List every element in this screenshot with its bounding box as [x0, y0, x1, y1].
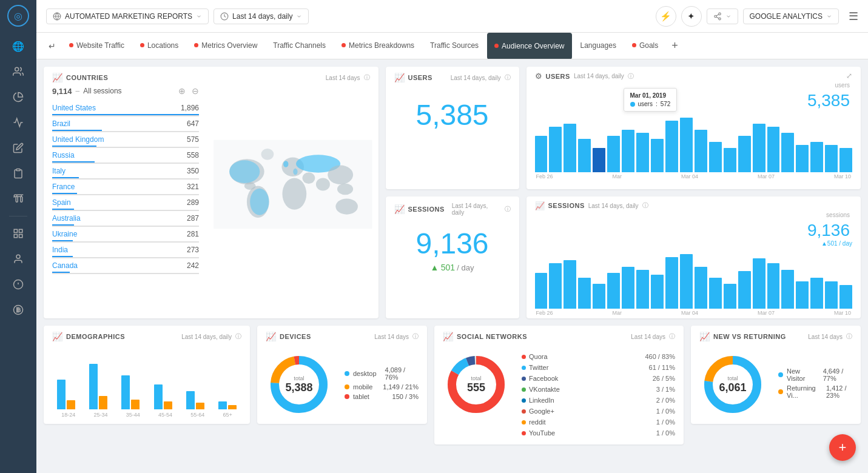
bar[interactable]	[796, 145, 809, 172]
sessions-chart-info[interactable]: ⓘ	[642, 201, 648, 210]
tab-traffic-sources[interactable]: Traffic Sources	[423, 33, 486, 59]
bar[interactable]	[549, 127, 562, 172]
users-metric-info[interactable]: ⓘ	[505, 73, 511, 82]
bar[interactable]	[578, 278, 591, 309]
sessions-metric-info[interactable]: ⓘ	[505, 205, 511, 213]
bar[interactable]	[564, 124, 576, 172]
social-info[interactable]: ⓘ	[669, 332, 675, 341]
bar[interactable]	[680, 254, 693, 309]
bar[interactable]	[724, 284, 736, 308]
bar[interactable]	[636, 133, 649, 172]
bar[interactable]	[651, 139, 664, 172]
report-selector[interactable]: AUTOMATED MARKETING REPORTS	[46, 8, 209, 24]
country-name[interactable]: United Kingdom	[52, 135, 104, 144]
bar[interactable]	[549, 263, 562, 308]
tab-goals[interactable]: Goals	[625, 33, 665, 59]
bar[interactable]	[753, 258, 765, 309]
add-country-icon[interactable]: ⊕	[178, 86, 186, 96]
sidebar-item-building[interactable]	[7, 223, 29, 244]
country-name[interactable]: India	[52, 246, 68, 254]
bar[interactable]	[665, 121, 678, 172]
sidebar-item-person[interactable]	[7, 248, 29, 270]
country-name[interactable]: Brazil	[52, 119, 70, 128]
bar[interactable]	[825, 281, 838, 308]
fab-button[interactable]: +	[829, 434, 856, 461]
country-name[interactable]: Russia	[52, 151, 75, 159]
bar[interactable]	[622, 130, 634, 172]
bar[interactable]	[607, 273, 620, 308]
tab-traffic-channels[interactable]: Traffic Channels	[266, 33, 333, 59]
tab-website-traffic[interactable]: Website Traffic	[62, 33, 132, 59]
bar[interactable]	[665, 257, 678, 309]
sidebar-item-users[interactable]	[7, 61, 29, 82]
bar[interactable]	[607, 136, 620, 172]
bar[interactable]	[695, 130, 707, 172]
bar[interactable]	[767, 263, 780, 308]
tab-metrics-overview[interactable]: Metrics Overview	[187, 33, 264, 59]
demographics-info[interactable]: ⓘ	[235, 332, 241, 341]
remove-country-icon[interactable]: ⊖	[192, 86, 199, 96]
country-name[interactable]: Ukraine	[52, 230, 77, 238]
devices-info[interactable]: ⓘ	[412, 332, 419, 341]
ga-label: GOOGLE ANALYTICS	[750, 12, 823, 21]
bar[interactable]	[738, 136, 751, 172]
bar[interactable]	[636, 270, 649, 309]
country-name[interactable]: Italy	[52, 167, 66, 175]
sidebar-item-globe[interactable]: 🌐	[7, 35, 29, 57]
bar[interactable]	[564, 260, 576, 308]
bar[interactable]	[796, 281, 809, 308]
bar[interactable]	[738, 271, 751, 308]
sidebar-logo[interactable]: ◎	[7, 5, 29, 27]
date-selector[interactable]: Last 14 days, daily	[214, 8, 309, 24]
bar[interactable]	[724, 148, 736, 172]
bar[interactable]	[709, 142, 722, 172]
expand-icon-users[interactable]: ⤢	[846, 72, 852, 80]
bar[interactable]	[709, 278, 722, 309]
bar[interactable]	[810, 278, 823, 309]
bar[interactable]	[825, 145, 838, 172]
hamburger-menu[interactable]: ☰	[849, 10, 858, 23]
star-button[interactable]: ✦	[681, 6, 702, 27]
bar[interactable]	[839, 285, 852, 308]
ga-selector[interactable]: GOOGLE ANALYTICS	[743, 8, 839, 24]
bar[interactable]	[839, 148, 852, 172]
tab-audience-overview[interactable]: Audience Overview	[487, 33, 571, 59]
nav-back-button[interactable]: ↵	[44, 41, 61, 51]
bar[interactable]	[593, 148, 605, 172]
bar[interactable]	[622, 267, 634, 309]
sidebar-item-clipboard[interactable]	[7, 163, 29, 184]
tab-locations[interactable]: Locations	[133, 33, 186, 59]
bar[interactable]	[810, 142, 823, 172]
bar[interactable]	[695, 267, 707, 309]
tab-dot	[632, 43, 636, 47]
share-button[interactable]	[707, 8, 738, 24]
tab-metrics-breakdowns[interactable]: Metrics Breakdowns	[334, 33, 422, 59]
bar[interactable]	[781, 133, 794, 172]
lightning-button[interactable]: ⚡	[656, 6, 676, 27]
bar[interactable]	[535, 273, 548, 308]
country-name[interactable]: Australia	[52, 214, 81, 223]
bar[interactable]	[578, 139, 591, 172]
sidebar-item-bitcoin[interactable]	[7, 299, 29, 321]
country-name[interactable]: France	[52, 183, 75, 191]
country-name[interactable]: Canada	[52, 261, 78, 270]
countries-info-icon[interactable]: ⓘ	[364, 73, 370, 82]
bar[interactable]	[535, 136, 548, 172]
country-name[interactable]: United States	[52, 104, 96, 112]
bar[interactable]	[680, 118, 693, 172]
bar[interactable]	[781, 270, 794, 309]
tab-languages[interactable]: Languages	[573, 33, 624, 59]
users-chart-info[interactable]: ⓘ	[628, 72, 634, 81]
add-tab-button[interactable]: +	[667, 39, 683, 52]
sidebar-item-beaker[interactable]	[7, 188, 29, 210]
sidebar-item-graph[interactable]	[7, 112, 29, 133]
bar[interactable]	[753, 124, 765, 172]
sidebar-item-pie[interactable]	[7, 86, 29, 108]
sidebar-item-info[interactable]	[7, 273, 29, 295]
bar[interactable]	[593, 284, 605, 308]
sidebar-item-edit[interactable]	[7, 137, 29, 159]
nvr-info[interactable]: ⓘ	[846, 332, 852, 341]
bar[interactable]	[651, 275, 664, 308]
bar[interactable]	[767, 127, 780, 172]
country-name[interactable]: Spain	[52, 198, 71, 207]
